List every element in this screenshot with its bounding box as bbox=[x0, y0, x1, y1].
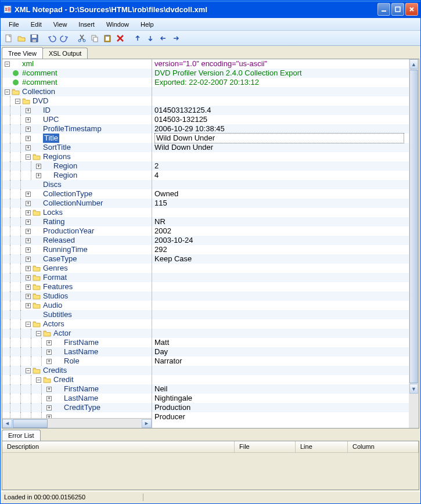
node-value[interactable] bbox=[152, 180, 409, 189]
node-name[interactable]: RunningTime bbox=[43, 245, 88, 254]
node-value[interactable] bbox=[152, 301, 409, 310]
node-value[interactable]: Narrator bbox=[152, 357, 409, 366]
node-name[interactable]: Format bbox=[43, 273, 67, 282]
node-name[interactable]: CollectionType bbox=[43, 189, 92, 199]
save-icon[interactable] bbox=[28, 33, 40, 44]
tab-xsl-output[interactable]: XSL Output bbox=[42, 48, 88, 59]
node-name[interactable]: ProductionYear bbox=[43, 226, 94, 236]
expand-icon[interactable]: − bbox=[26, 322, 31, 327]
menu-view[interactable]: View bbox=[48, 20, 73, 29]
tree-node[interactable]: +ProductionYear bbox=[2, 226, 152, 236]
node-name[interactable]: ProfileTimestamp bbox=[43, 124, 102, 134]
expand-icon[interactable]: + bbox=[26, 127, 31, 132]
minimize-button[interactable] bbox=[377, 3, 390, 16]
scroll-thumb[interactable] bbox=[13, 419, 48, 428]
tree-node[interactable]: +FirstName bbox=[2, 384, 152, 394]
expand-icon[interactable]: + bbox=[26, 294, 31, 299]
expand-icon[interactable]: + bbox=[26, 247, 31, 253]
copy-icon[interactable] bbox=[89, 33, 100, 44]
node-name[interactable]: LastName bbox=[64, 347, 98, 357]
nudge-up-icon[interactable] bbox=[132, 33, 143, 44]
node-name[interactable]: Genres bbox=[43, 264, 68, 273]
tree-node[interactable]: +Title bbox=[2, 134, 152, 143]
expand-icon[interactable]: + bbox=[26, 303, 31, 308]
tab-tree-view[interactable]: Tree View bbox=[2, 47, 43, 59]
node-name[interactable]: CaseType bbox=[43, 254, 77, 264]
node-name[interactable]: ID bbox=[43, 106, 51, 115]
tree-node[interactable]: Discs bbox=[2, 180, 152, 189]
redo-icon[interactable] bbox=[59, 33, 70, 44]
node-name[interactable]: Title bbox=[43, 134, 59, 143]
tree-node[interactable]: +Audio bbox=[2, 301, 152, 310]
tree-pane[interactable]: −xml#comment#comment−Collection−DVD+ID+U… bbox=[2, 59, 152, 428]
scroll-right-icon[interactable]: ► bbox=[142, 419, 152, 428]
node-name[interactable]: Subtitles bbox=[43, 310, 72, 319]
expand-icon[interactable]: + bbox=[26, 136, 31, 141]
tree-node[interactable]: +Region bbox=[2, 171, 152, 180]
tree-node[interactable]: +SortTitle bbox=[2, 143, 152, 152]
tree-node[interactable]: +Locks bbox=[2, 208, 152, 217]
tree-node[interactable]: +Role bbox=[2, 357, 152, 366]
col-description[interactable]: Description bbox=[2, 441, 235, 452]
node-value[interactable]: NR bbox=[152, 217, 409, 226]
tree-node[interactable]: +CaseType bbox=[2, 254, 152, 264]
expand-icon[interactable]: − bbox=[36, 331, 41, 336]
error-list[interactable]: Description File Line Column bbox=[2, 441, 419, 490]
open-file-icon[interactable] bbox=[16, 33, 27, 44]
tree-node[interactable]: +CollectionNumber bbox=[2, 199, 152, 208]
node-value[interactable]: Exported: 22-02-2007 20:13:12 bbox=[152, 78, 409, 87]
expand-icon[interactable]: + bbox=[36, 164, 41, 169]
node-value[interactable]: 115 bbox=[152, 199, 409, 208]
node-value[interactable] bbox=[152, 319, 409, 329]
node-name[interactable]: Regions bbox=[43, 152, 71, 161]
expand-icon[interactable]: + bbox=[26, 257, 31, 262]
menu-edit[interactable]: Edit bbox=[25, 20, 48, 29]
node-name[interactable]: Role bbox=[64, 357, 80, 366]
tab-error-list[interactable]: Error List bbox=[2, 430, 41, 441]
node-value[interactable] bbox=[152, 208, 409, 217]
tree-node[interactable]: +CreditType bbox=[2, 403, 152, 412]
tree-node[interactable]: +Region bbox=[2, 161, 152, 171]
node-value[interactable] bbox=[152, 329, 409, 338]
node-value[interactable]: Day bbox=[152, 347, 409, 357]
tree-node[interactable]: +RunningTime bbox=[2, 245, 152, 254]
expand-icon[interactable]: + bbox=[46, 405, 52, 411]
node-name[interactable]: #comment bbox=[22, 69, 57, 78]
tree-node[interactable]: −Actor bbox=[2, 329, 152, 338]
scroll-left-icon[interactable]: ◄ bbox=[2, 419, 12, 428]
tree-node[interactable]: +Format bbox=[2, 273, 152, 282]
tree-node[interactable]: −xml bbox=[2, 59, 152, 69]
close-button[interactable] bbox=[405, 3, 418, 16]
cut-icon[interactable] bbox=[76, 33, 88, 44]
node-value[interactable]: 4 bbox=[152, 171, 409, 180]
col-column[interactable]: Column bbox=[348, 441, 419, 452]
node-name[interactable]: Released bbox=[43, 236, 75, 245]
node-value[interactable]: 292 bbox=[152, 245, 409, 254]
node-value[interactable]: Neil bbox=[152, 384, 409, 394]
node-value[interactable]: Wild Down Under bbox=[152, 143, 409, 152]
node-name[interactable]: Region bbox=[53, 161, 77, 171]
expand-icon[interactable]: + bbox=[26, 145, 31, 150]
expand-icon[interactable]: + bbox=[46, 387, 52, 392]
tree-node[interactable]: Subtitles bbox=[2, 310, 152, 319]
tree-node[interactable]: −Credit bbox=[2, 375, 152, 384]
tree-node[interactable]: −Regions bbox=[2, 152, 152, 161]
node-value[interactable]: DVD Profiler Version 2.4.0 Collection Ex… bbox=[152, 69, 409, 78]
scroll-down-icon[interactable]: ▼ bbox=[409, 384, 418, 394]
scroll-up-icon[interactable]: ▲ bbox=[409, 59, 418, 69]
undo-icon[interactable] bbox=[46, 33, 57, 44]
tree-node[interactable]: +LastName bbox=[2, 347, 152, 357]
expand-icon[interactable]: + bbox=[26, 266, 31, 271]
node-name[interactable]: Locks bbox=[43, 208, 63, 217]
expand-icon[interactable]: + bbox=[46, 359, 52, 364]
expand-icon[interactable]: + bbox=[26, 201, 31, 206]
node-value[interactable]: 014503-132125 bbox=[152, 115, 409, 124]
tree-node[interactable]: +Studios bbox=[2, 291, 152, 301]
menu-window[interactable]: Window bbox=[100, 20, 135, 29]
expand-icon[interactable]: − bbox=[36, 377, 41, 383]
node-name[interactable]: Features bbox=[43, 282, 73, 291]
expand-icon[interactable]: − bbox=[15, 99, 20, 104]
expand-icon[interactable]: + bbox=[26, 219, 31, 225]
node-name[interactable]: Collection bbox=[22, 87, 55, 96]
tree-node[interactable]: +CollectionType bbox=[2, 189, 152, 199]
